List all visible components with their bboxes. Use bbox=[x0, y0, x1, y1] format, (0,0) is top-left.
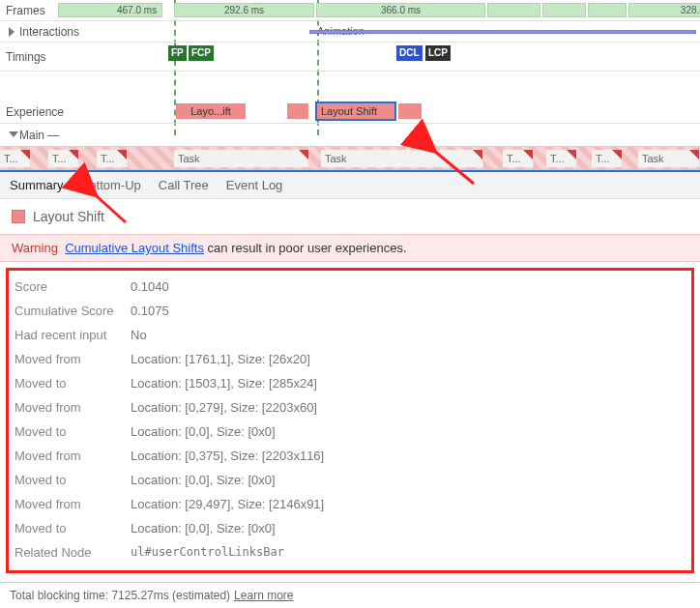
detail-recent-input: Had recent input No bbox=[15, 323, 685, 347]
lcp-badge[interactable]: LCP bbox=[425, 45, 451, 61]
tab-event-log[interactable]: Event Log bbox=[226, 178, 283, 192]
task-block[interactable]: T... bbox=[503, 150, 534, 167]
task-block[interactable]: Task bbox=[174, 150, 309, 167]
details-tabs: Summary Bottom-Up Call Tree Event Log bbox=[0, 170, 700, 199]
timings-track: Timings FP FCP DCL LCP bbox=[0, 43, 700, 72]
task-block[interactable]: T... bbox=[97, 150, 128, 167]
related-node-value[interactable]: ul#userControlLinksBar bbox=[131, 545, 284, 560]
cumulative-value: 0.1075 bbox=[131, 304, 169, 318]
spacer-track bbox=[0, 72, 700, 101]
detail-row: Moved fromLocation: [0,279], Size: [2203… bbox=[15, 395, 685, 420]
interactions-label: Interactions bbox=[0, 25, 116, 39]
event-title-row: Layout Shift bbox=[0, 199, 700, 234]
warning-bar: Warning Cumulative Layout Shifts can res… bbox=[0, 234, 700, 262]
task-block[interactable]: T... bbox=[48, 150, 79, 167]
tab-bottom-up[interactable]: Bottom-Up bbox=[81, 178, 141, 192]
dcl-badge[interactable]: DCL bbox=[396, 45, 423, 61]
detail-row: Moved fromLocation: [1761,1], Size: [26x… bbox=[15, 347, 685, 371]
layout-shift-bar[interactable] bbox=[398, 103, 422, 119]
detail-row: Moved fromLocation: [29,497], Size: [214… bbox=[15, 492, 685, 516]
learn-more-link[interactable]: Learn more bbox=[234, 589, 293, 602]
timeline: Frames 467.0 ms 292.6 ms 366.0 ms 328.4 … bbox=[0, 0, 700, 170]
task-block[interactable]: T... bbox=[546, 150, 577, 167]
layout-shift-bar[interactable] bbox=[287, 103, 308, 119]
tab-summary[interactable]: Summary bbox=[10, 178, 64, 192]
main-label-text: Main bbox=[19, 129, 44, 142]
related-node-label: Related Node bbox=[15, 545, 121, 560]
frames-content[interactable]: 467.0 ms 292.6 ms 366.0 ms 328.4 ms bbox=[116, 0, 700, 20]
warning-label: Warning bbox=[12, 241, 58, 255]
frame-segment[interactable] bbox=[542, 3, 586, 17]
score-label: Score bbox=[15, 279, 121, 294]
main-track-header: Main — bbox=[0, 124, 700, 147]
frames-track: Frames 467.0 ms 292.6 ms 366.0 ms 328.4 … bbox=[0, 0, 700, 21]
detail-row: Moved toLocation: [0,0], Size: [0x0] bbox=[15, 468, 685, 492]
collapse-icon[interactable] bbox=[9, 131, 18, 137]
detail-cumulative: Cumulative Score 0.1075 bbox=[15, 299, 685, 323]
frame-segment[interactable] bbox=[588, 3, 627, 17]
experience-label: Experience bbox=[0, 105, 116, 119]
interaction-bar[interactable] bbox=[309, 30, 696, 34]
footer: Total blocking time: 7125.27ms (estimate… bbox=[0, 582, 700, 608]
expand-icon[interactable] bbox=[9, 27, 15, 37]
fp-badge[interactable]: FP bbox=[168, 45, 187, 61]
experience-track: Experience Layo...ift Layout Shift bbox=[0, 101, 700, 124]
recent-label: Had recent input bbox=[15, 328, 121, 342]
detail-score: Score 0.1040 bbox=[15, 275, 685, 299]
frame-segment[interactable]: 366.0 ms bbox=[316, 3, 485, 17]
frame-segment[interactable]: 328.4 ms bbox=[628, 3, 700, 17]
layout-shift-event-selected[interactable]: Layout Shift bbox=[317, 103, 394, 119]
detail-row: Moved toLocation: [0,0], Size: [0x0] bbox=[15, 516, 685, 540]
interactions-track: Interactions Animation bbox=[0, 21, 700, 43]
fcp-badge[interactable]: FCP bbox=[189, 45, 214, 61]
timings-label: Timings bbox=[0, 50, 116, 64]
task-block[interactable]: Task bbox=[321, 150, 483, 167]
total-blocking-time: Total blocking time: 7125.27ms (estimate… bbox=[10, 589, 230, 602]
recent-value: No bbox=[131, 328, 147, 342]
detail-row: Moved fromLocation: [0,375], Size: [2203… bbox=[15, 444, 685, 468]
event-details: Score 0.1040 Cumulative Score 0.1075 Had… bbox=[6, 268, 694, 573]
detail-related-node: Related Node ul#userControlLinksBar bbox=[15, 540, 685, 565]
frame-segment[interactable] bbox=[487, 3, 540, 17]
cumulative-label: Cumulative Score bbox=[15, 304, 121, 318]
warning-rest: can result in poor user experiences. bbox=[204, 241, 407, 255]
task-block[interactable]: T... bbox=[0, 150, 31, 167]
frame-segment[interactable]: 467.0 ms bbox=[58, 3, 162, 17]
frame-segment[interactable]: 292.6 ms bbox=[174, 3, 314, 17]
layout-shift-event[interactable]: Layo...ift bbox=[176, 103, 246, 119]
detail-row: Moved toLocation: [1503,1], Size: [285x2… bbox=[15, 371, 685, 395]
task-block[interactable]: T... bbox=[592, 150, 623, 167]
detail-row: Moved toLocation: [0,0], Size: [0x0] bbox=[15, 420, 685, 444]
main-track-content[interactable]: T... T... T... Task Task T... T... T... … bbox=[0, 147, 700, 170]
cls-link[interactable]: Cumulative Layout Shifts bbox=[65, 241, 204, 255]
event-title: Layout Shift bbox=[33, 209, 104, 224]
layout-shift-swatch-icon bbox=[12, 210, 25, 223]
tab-call-tree[interactable]: Call Tree bbox=[159, 178, 209, 192]
task-block[interactable]: Task bbox=[638, 150, 700, 167]
score-value: 0.1040 bbox=[131, 279, 169, 294]
